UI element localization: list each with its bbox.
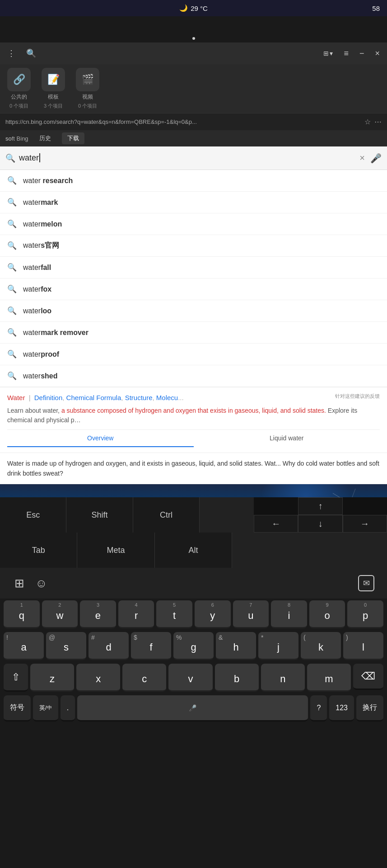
quick-access-row: 🔗 公共的 0 个项目 📝 模板 3 个项目 🎬 视频 0 个项目 [0,64,387,113]
esc-key[interactable]: Esc [0,497,66,533]
menu-button[interactable]: ⋮ [4,47,19,60]
key-t[interactable]: 5t [156,600,192,628]
shift-key[interactable]: ⇧ [4,664,28,692]
close-button[interactable]: × [371,47,383,60]
more-icon[interactable]: ⋯ [374,118,382,126]
structure-link[interactable]: Structure [125,394,153,401]
key-a[interactable]: !a [4,632,44,660]
key-x[interactable]: x [76,664,120,692]
search-bar: 🔍 water × 🎤 [0,146,387,170]
arrow-left-key[interactable]: ← [254,515,298,533]
key-j[interactable]: *j [258,632,298,660]
suggestion-item[interactable]: 🔍 watermark remover [0,322,387,344]
suggestion-item[interactable]: 🔍 watermark [0,192,387,213]
arrow-right-key[interactable]: → [343,515,387,533]
emoji-button[interactable]: ☺ [30,573,53,594]
tab-download[interactable]: 下载 [62,132,84,144]
suggestion-item[interactable]: 🔍 watermelon [0,213,387,235]
temperature: 29 °C [191,5,208,12]
tab-liquid-water[interactable]: Liquid water [194,430,380,447]
key-z[interactable]: z [30,664,74,692]
alt-key[interactable]: Alt [155,533,232,568]
key-w[interactable]: 2w [42,600,78,628]
water-link[interactable]: Water [7,394,25,401]
key-h[interactable]: &h [216,632,256,660]
suggestion-item[interactable]: 🔍 water research [0,170,387,192]
apps-button[interactable]: ⊞ [9,573,30,594]
bookmark-icon[interactable]: ☆ [364,118,371,126]
video-icon: 🎬 [76,68,99,91]
arrow-down-key[interactable]: ↓ [298,515,342,533]
search-suggestion-icon: 🔍 [7,198,17,207]
key-i[interactable]: 8i [271,600,307,628]
key-f[interactable]: $f [131,632,171,660]
suggestion-item[interactable]: 🔍 waterloo [0,300,387,322]
rich-tabs: Overview Liquid water [7,429,380,447]
suggestion-item[interactable]: 🔍 waterproof [0,344,387,365]
suggestion-text: water research [23,177,73,185]
suggestion-text: watershed [23,372,57,380]
search-suggestion-icon: 🔍 [7,349,17,359]
search-suggestion-icon: 🔍 [7,328,17,337]
ctrl-key[interactable]: Ctrl [133,497,200,533]
bing-brand: soft Bing [5,135,28,142]
lang-switch-key[interactable]: 英/中 [33,695,58,722]
key-r[interactable]: 4r [118,600,154,628]
molec-link[interactable]: Molecu [156,394,178,401]
key-n[interactable]: n [261,664,305,692]
key-l[interactable]: )l [343,632,383,660]
list-button[interactable]: ≡ [340,47,352,60]
search-button[interactable]: 🔍 [23,47,40,60]
mic-space-icon: 🎤 [189,704,196,712]
key-p[interactable]: 0p [347,600,383,628]
key-k[interactable]: (k [301,632,341,660]
suggestion-text: waterfall [23,264,51,272]
quick-item-video[interactable]: 🎬 视频 0 个项目 [76,68,99,109]
period-key[interactable]: . [61,695,75,722]
key-v[interactable]: v [168,664,212,692]
backspace-key[interactable]: ⌫ [353,664,383,690]
suggestion-item[interactable]: 🔍 waters官网 [0,235,387,257]
meta-key[interactable]: Meta [77,533,154,568]
key-q[interactable]: 1q [4,600,40,628]
tab-key[interactable]: Tab [0,533,77,568]
suggestion-item[interactable]: 🔍 watershed [0,365,387,387]
key-y[interactable]: 6y [195,600,231,628]
symbol-key[interactable]: 符号 [4,695,31,722]
key-m[interactable]: m [307,664,351,692]
clipboard-button[interactable]: ✉ [354,571,378,595]
tab-overview[interactable]: Overview [7,430,194,447]
key-g[interactable]: %g [173,632,214,660]
key-s[interactable]: @s [46,632,86,660]
search-input[interactable]: water [19,153,354,163]
key-b[interactable]: b [215,664,259,692]
time-temp: 🌙 29 °C [179,4,208,12]
num-key[interactable]: 123 [329,695,354,722]
url-bar[interactable]: https://cn.bing.com/search?q=water&qs=n&… [0,113,387,130]
key-c[interactable]: c [122,664,166,692]
suggestion-item[interactable]: 🔍 waterfox [0,278,387,300]
arrow-up-key[interactable]: ↑ [298,497,342,515]
key-u[interactable]: 7u [233,600,269,628]
key-e[interactable]: 3e [80,600,116,628]
tab-history[interactable]: 历史 [34,132,56,144]
key-d[interactable]: #d [89,632,129,660]
question-key[interactable]: ? [310,695,327,722]
space-key[interactable]: 🎤 [77,695,308,722]
special-keys-row2: Tab Meta Alt [0,533,387,568]
shift-modifier-key[interactable]: Shift [66,497,133,533]
mic-icon[interactable]: 🎤 [370,153,382,164]
feedback-text[interactable]: 针对这些建议的反馈 [335,393,380,400]
chemical-link[interactable]: Chemical Formula [66,394,121,401]
tabs-button[interactable]: ⊞ ▾ [320,48,336,59]
key-o[interactable]: 9o [309,600,345,628]
clear-button[interactable]: × [358,151,367,165]
quick-item-public[interactable]: 🔗 公共的 0 个项目 [7,68,31,109]
minimize-button[interactable]: − [356,47,368,60]
enter-key[interactable]: 换行 [356,695,383,722]
suggestion-item[interactable]: 🔍 waterfall [0,257,387,278]
definition-link[interactable]: Definition [34,394,63,401]
quick-item-template[interactable]: 📝 模板 3 个项目 [42,68,65,109]
suggestion-text: watermelon [23,220,62,228]
quick-item-count: 0 个项目 [78,103,97,109]
